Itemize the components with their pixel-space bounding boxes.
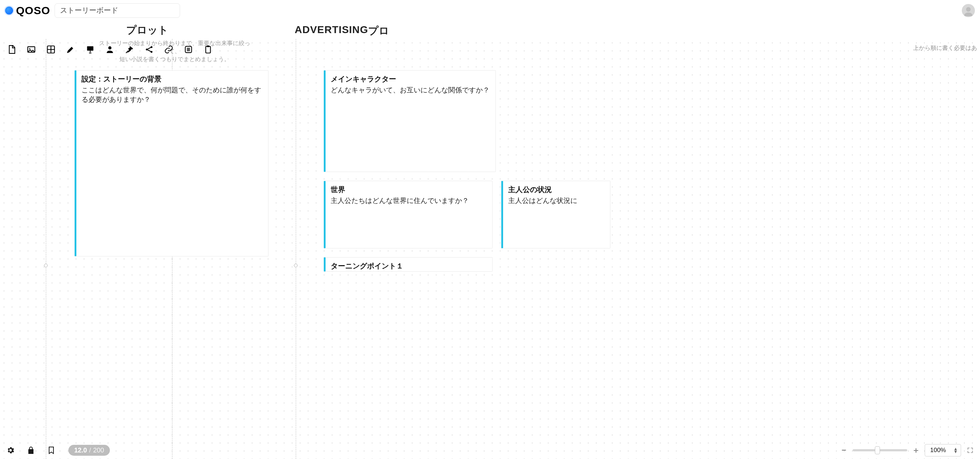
toolbar xyxy=(0,39,980,60)
card-main-characters[interactable]: メインキャラクターどんなキャラがいて、お互いにどんな関係ですか？ xyxy=(324,70,496,172)
link-icon[interactable] xyxy=(164,44,174,54)
guide-line xyxy=(46,39,46,459)
card-world[interactable]: 世界主人公たちはどんな世界に住んでいますか？ xyxy=(324,181,493,248)
grid-icon[interactable] xyxy=(46,44,56,54)
zoom-value: 100% xyxy=(930,446,946,454)
card-protagonist-situation[interactable]: 主人公の状況主人公はどんな状況に xyxy=(501,181,611,248)
fullscreen-icon[interactable] xyxy=(966,446,974,454)
counter-current: 12.0 xyxy=(74,446,87,454)
card-body: どんなキャラがいて、お互いにどんな関係ですか？ xyxy=(331,86,490,95)
guide-marker xyxy=(44,264,48,267)
card-title: 主人公の状況 xyxy=(508,185,604,195)
image-icon[interactable] xyxy=(26,44,37,54)
zoom-slider-thumb[interactable] xyxy=(875,446,880,454)
person-icon[interactable] xyxy=(105,44,115,54)
zoom-counter: 12.0 / 200 xyxy=(68,445,110,456)
card-body: ここはどんな世界で、何が問題で、そのために誰が何をする必要がありますか？ xyxy=(81,86,262,104)
card-body: 主人公たちはどんな世界に住んでいますか？ xyxy=(331,196,486,205)
svg-rect-3 xyxy=(87,46,93,51)
zoom-slider[interactable] xyxy=(853,449,907,451)
guide-line xyxy=(296,39,296,459)
ad-label: ADVERTISING xyxy=(295,24,368,38)
clipboard-icon[interactable] xyxy=(203,44,213,54)
tab-plot[interactable]: プロット xyxy=(0,23,295,38)
pin-icon[interactable] xyxy=(124,44,135,54)
card-title: 世界 xyxy=(331,185,486,195)
bookmark-icon[interactable] xyxy=(46,446,56,455)
card-setup[interactable]: 設定：ストーリーの背景ここはどんな世界で、何が問題で、そのために誰が何をする必要… xyxy=(75,70,269,256)
chevron-updown-icon: ▲▼ xyxy=(953,447,958,453)
svg-point-1 xyxy=(29,48,30,49)
app-logo[interactable]: QOSO xyxy=(5,4,50,17)
svg-rect-10 xyxy=(207,46,210,47)
document-icon[interactable] xyxy=(6,44,17,54)
share-icon[interactable] xyxy=(144,44,154,54)
zoom-select[interactable]: 100% ▲▼ xyxy=(925,444,961,456)
board-title-input[interactable] xyxy=(54,3,180,18)
footer-bar: 12.0 / 200 − ＋ 100% ▲▼ xyxy=(0,442,980,459)
pen-icon[interactable] xyxy=(65,44,76,54)
app-header: QOSO xyxy=(0,0,980,21)
guide-marker xyxy=(294,264,298,267)
lock-icon[interactable] xyxy=(26,446,36,455)
card-body: 主人公はどんな状況に xyxy=(508,196,604,205)
svg-point-4 xyxy=(108,46,112,49)
presentation-icon[interactable] xyxy=(85,44,95,54)
card-turning-point-1[interactable]: ターニングポイント１ xyxy=(324,257,493,272)
board-canvas[interactable]: 設定：ストーリーの背景ここはどんな世界で、何が問題で、そのために誰が何をする必要… xyxy=(0,39,980,459)
list-icon[interactable] xyxy=(183,44,194,54)
gear-icon[interactable] xyxy=(6,446,15,455)
user-icon xyxy=(963,6,974,17)
card-title: メインキャラクター xyxy=(331,74,490,84)
zoom-out-button[interactable]: − xyxy=(840,446,848,454)
zoom-controls: − ＋ 100% ▲▼ xyxy=(840,444,974,456)
card-title: 設定：ストーリーの背景 xyxy=(81,74,262,84)
counter-total: 200 xyxy=(93,446,104,454)
avatar[interactable] xyxy=(962,4,975,17)
logo-mark-icon xyxy=(5,6,13,14)
svg-rect-9 xyxy=(206,46,211,53)
card-title: ターニングポイント１ xyxy=(331,261,486,271)
tab-row: プロット ADVERTISING プロ xyxy=(0,21,980,38)
tab-pro[interactable]: プロ xyxy=(368,24,383,38)
zoom-in-button[interactable]: ＋ xyxy=(912,446,920,454)
logo-text: QOSO xyxy=(16,4,50,17)
